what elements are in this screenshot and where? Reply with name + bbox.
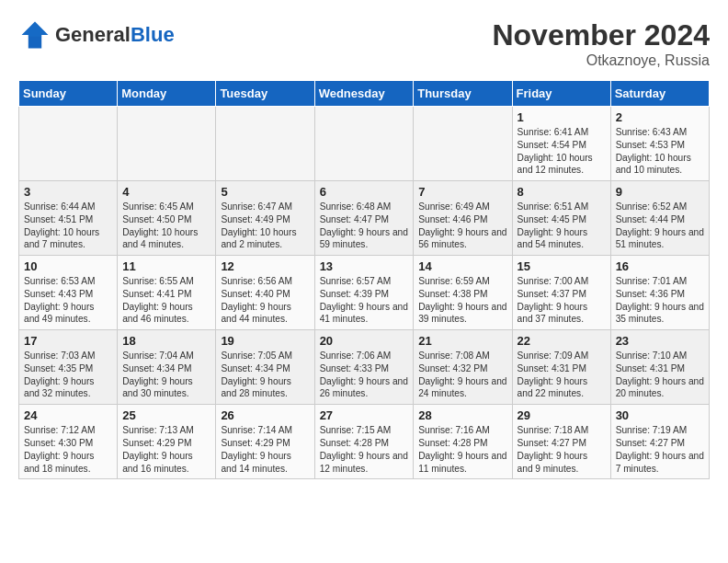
- day-info: Sunrise: 7:05 AM Sunset: 4:34 PM Dayligh…: [221, 350, 309, 400]
- day-info: Sunrise: 7:08 AM Sunset: 4:32 PM Dayligh…: [418, 350, 506, 400]
- calendar-day: 5Sunrise: 6:47 AM Sunset: 4:49 PM Daylig…: [216, 181, 314, 256]
- col-tuesday: Tuesday: [216, 81, 314, 107]
- day-info: Sunrise: 7:03 AM Sunset: 4:35 PM Dayligh…: [24, 350, 112, 400]
- day-number: 8: [518, 185, 606, 199]
- day-info: Sunrise: 7:18 AM Sunset: 4:27 PM Dayligh…: [518, 424, 606, 475]
- day-number: 25: [122, 408, 210, 422]
- calendar-day: 13Sunrise: 6:57 AM Sunset: 4:39 PM Dayli…: [314, 256, 414, 330]
- calendar-day: [216, 107, 314, 181]
- day-info: Sunrise: 6:56 AM Sunset: 4:40 PM Dayligh…: [221, 275, 309, 326]
- calendar-day: 3Sunrise: 6:44 AM Sunset: 4:51 PM Daylig…: [19, 181, 118, 256]
- svg-marker-1: [22, 22, 49, 37]
- calendar-table: Sunday Monday Tuesday Wednesday Thursday…: [18, 80, 710, 479]
- logo-general: General: [55, 23, 131, 46]
- day-info: Sunrise: 7:00 AM Sunset: 4:37 PM Dayligh…: [518, 275, 606, 326]
- calendar-day: 24Sunrise: 7:12 AM Sunset: 4:30 PM Dayli…: [19, 405, 118, 479]
- col-wednesday: Wednesday: [314, 81, 414, 107]
- location: Otkaznoye, Russia: [492, 52, 710, 69]
- day-info: Sunrise: 6:47 AM Sunset: 4:49 PM Dayligh…: [221, 201, 309, 251]
- calendar-week-3: 10Sunrise: 6:53 AM Sunset: 4:43 PM Dayli…: [19, 256, 710, 330]
- day-number: 11: [122, 259, 210, 273]
- day-number: 26: [221, 408, 309, 422]
- calendar-day: 16Sunrise: 7:01 AM Sunset: 4:36 PM Dayli…: [610, 256, 709, 330]
- calendar-day: 30Sunrise: 7:19 AM Sunset: 4:27 PM Dayli…: [610, 405, 709, 479]
- logo: GeneralBlue: [18, 18, 175, 52]
- day-info: Sunrise: 6:43 AM Sunset: 4:53 PM Dayligh…: [616, 126, 704, 177]
- day-info: Sunrise: 7:12 AM Sunset: 4:30 PM Dayligh…: [24, 424, 112, 475]
- day-info: Sunrise: 7:14 AM Sunset: 4:29 PM Dayligh…: [221, 424, 309, 475]
- calendar-day: 21Sunrise: 7:08 AM Sunset: 4:32 PM Dayli…: [414, 330, 512, 405]
- logo-text: GeneralBlue: [18, 18, 175, 52]
- calendar-day: 1Sunrise: 6:41 AM Sunset: 4:54 PM Daylig…: [512, 107, 610, 181]
- calendar-week-5: 24Sunrise: 7:12 AM Sunset: 4:30 PM Dayli…: [19, 405, 710, 479]
- logo-icon: [18, 18, 51, 52]
- day-number: 30: [616, 408, 704, 422]
- day-number: 7: [418, 185, 506, 199]
- calendar-day: 8Sunrise: 6:51 AM Sunset: 4:45 PM Daylig…: [512, 181, 610, 256]
- day-number: 4: [122, 185, 210, 199]
- calendar-day: 10Sunrise: 6:53 AM Sunset: 4:43 PM Dayli…: [19, 256, 118, 330]
- day-info: Sunrise: 6:41 AM Sunset: 4:54 PM Dayligh…: [518, 126, 606, 177]
- day-number: 3: [24, 185, 112, 199]
- calendar-day: [19, 107, 118, 181]
- day-info: Sunrise: 7:13 AM Sunset: 4:29 PM Dayligh…: [122, 424, 210, 475]
- calendar-day: [314, 107, 414, 181]
- calendar-day: 14Sunrise: 6:59 AM Sunset: 4:38 PM Dayli…: [414, 256, 512, 330]
- calendar-day: 25Sunrise: 7:13 AM Sunset: 4:29 PM Dayli…: [118, 405, 216, 479]
- day-number: 1: [518, 110, 606, 124]
- calendar-day: [414, 107, 512, 181]
- calendar-week-2: 3Sunrise: 6:44 AM Sunset: 4:51 PM Daylig…: [19, 181, 710, 256]
- calendar-day: 12Sunrise: 6:56 AM Sunset: 4:40 PM Dayli…: [216, 256, 314, 330]
- day-info: Sunrise: 6:59 AM Sunset: 4:38 PM Dayligh…: [418, 275, 506, 326]
- col-monday: Monday: [118, 81, 216, 107]
- day-number: 24: [24, 408, 112, 422]
- calendar-day: 9Sunrise: 6:52 AM Sunset: 4:44 PM Daylig…: [610, 181, 709, 256]
- day-number: 21: [418, 334, 506, 348]
- title-block: November 2024 Otkaznoye, Russia: [492, 18, 710, 69]
- day-number: 19: [221, 334, 309, 348]
- day-number: 20: [320, 334, 409, 348]
- day-info: Sunrise: 7:09 AM Sunset: 4:31 PM Dayligh…: [518, 350, 606, 400]
- page: GeneralBlue November 2024 Otkaznoye, Rus…: [0, 0, 728, 488]
- calendar-day: 23Sunrise: 7:10 AM Sunset: 4:31 PM Dayli…: [610, 330, 709, 405]
- day-info: Sunrise: 7:16 AM Sunset: 4:28 PM Dayligh…: [418, 424, 506, 475]
- col-saturday: Saturday: [610, 81, 709, 107]
- day-info: Sunrise: 7:19 AM Sunset: 4:27 PM Dayligh…: [616, 424, 704, 475]
- day-number: 2: [616, 110, 704, 124]
- calendar-day: 27Sunrise: 7:15 AM Sunset: 4:28 PM Dayli…: [314, 405, 414, 479]
- calendar-day: 4Sunrise: 6:45 AM Sunset: 4:50 PM Daylig…: [118, 181, 216, 256]
- day-number: 5: [221, 185, 309, 199]
- calendar-day: 7Sunrise: 6:49 AM Sunset: 4:46 PM Daylig…: [414, 181, 512, 256]
- day-number: 13: [320, 259, 409, 273]
- day-number: 9: [616, 185, 704, 199]
- day-number: 15: [518, 259, 606, 273]
- day-number: 6: [320, 185, 409, 199]
- day-info: Sunrise: 6:49 AM Sunset: 4:46 PM Dayligh…: [418, 201, 506, 251]
- day-info: Sunrise: 6:57 AM Sunset: 4:39 PM Dayligh…: [320, 275, 409, 326]
- day-number: 23: [616, 334, 704, 348]
- day-number: 14: [418, 259, 506, 273]
- calendar-day: 2Sunrise: 6:43 AM Sunset: 4:53 PM Daylig…: [610, 107, 709, 181]
- day-info: Sunrise: 6:44 AM Sunset: 4:51 PM Dayligh…: [24, 201, 112, 251]
- day-number: 22: [518, 334, 606, 348]
- day-number: 18: [122, 334, 210, 348]
- calendar-day: 17Sunrise: 7:03 AM Sunset: 4:35 PM Dayli…: [19, 330, 118, 405]
- calendar-week-4: 17Sunrise: 7:03 AM Sunset: 4:35 PM Dayli…: [19, 330, 710, 405]
- day-number: 27: [320, 408, 409, 422]
- col-thursday: Thursday: [414, 81, 512, 107]
- day-info: Sunrise: 6:51 AM Sunset: 4:45 PM Dayligh…: [518, 201, 606, 251]
- calendar-day: 6Sunrise: 6:48 AM Sunset: 4:47 PM Daylig…: [314, 181, 414, 256]
- calendar-day: 26Sunrise: 7:14 AM Sunset: 4:29 PM Dayli…: [216, 405, 314, 479]
- calendar-day: [118, 107, 216, 181]
- day-number: 17: [24, 334, 112, 348]
- day-number: 16: [616, 259, 704, 273]
- logo-blue: Blue: [131, 23, 175, 46]
- calendar-day: 11Sunrise: 6:55 AM Sunset: 4:41 PM Dayli…: [118, 256, 216, 330]
- col-friday: Friday: [512, 81, 610, 107]
- calendar-day: 15Sunrise: 7:00 AM Sunset: 4:37 PM Dayli…: [512, 256, 610, 330]
- day-info: Sunrise: 6:48 AM Sunset: 4:47 PM Dayligh…: [320, 201, 409, 251]
- day-info: Sunrise: 7:01 AM Sunset: 4:36 PM Dayligh…: [616, 275, 704, 326]
- day-info: Sunrise: 7:06 AM Sunset: 4:33 PM Dayligh…: [320, 350, 409, 400]
- day-info: Sunrise: 6:53 AM Sunset: 4:43 PM Dayligh…: [24, 275, 112, 326]
- day-number: 28: [418, 408, 506, 422]
